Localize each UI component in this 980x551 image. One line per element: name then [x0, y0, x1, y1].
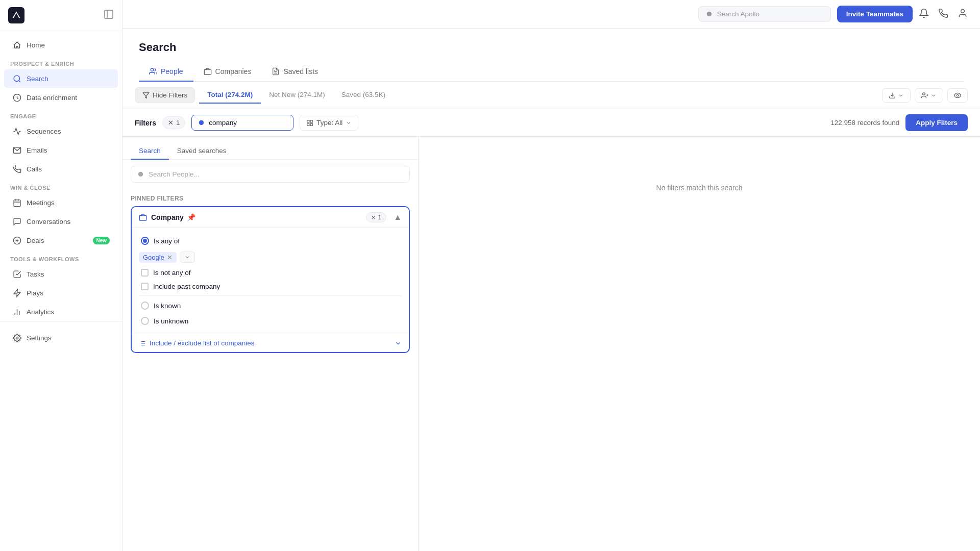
svg-rect-30	[307, 120, 309, 122]
page: Search People Companies	[122, 29, 980, 551]
sidebar: Home Prospect & enrich Search Data enric…	[0, 0, 122, 551]
sidebar-item-data-enrichment[interactable]: Data enrichment	[4, 88, 118, 107]
search-apollo-text: Search Apollo	[717, 10, 760, 18]
company-filter-body: Is any of Google ✕	[132, 228, 409, 334]
tab-people[interactable]: People	[139, 62, 193, 82]
deals-new-badge: New	[93, 237, 110, 244]
sidebar-item-search[interactable]: Search	[4, 69, 118, 88]
top-header: Search Apollo Invite Teammates	[122, 0, 980, 29]
svg-point-2	[14, 76, 19, 81]
email-icon	[12, 145, 21, 155]
export-button[interactable]	[882, 88, 911, 103]
view-toggle-button[interactable]	[947, 88, 968, 103]
tools-section-label: Tools & workflows	[0, 250, 122, 264]
is-unknown-label: Is unknown	[154, 317, 188, 325]
sidebar-item-sequences[interactable]: Sequences	[4, 122, 118, 140]
hide-filters-button[interactable]: Hide Filters	[135, 87, 195, 103]
apply-filters-button[interactable]: Apply Filters	[905, 114, 968, 131]
results-bar: Hide Filters Total (274.2M) Net New (274…	[122, 82, 980, 109]
sidebar-item-conversations[interactable]: Conversations	[4, 212, 118, 231]
sidebar-item-sequences-label: Sequences	[27, 128, 61, 135]
calls-icon	[12, 164, 21, 173]
search-tab-saved[interactable]: Saved searches	[169, 143, 235, 160]
filter-divider	[139, 295, 402, 296]
sidebar-item-home[interactable]: Home	[4, 36, 118, 54]
search-apollo-bar[interactable]: Search Apollo	[698, 6, 831, 22]
pinned-filters-label: Pinned Filters	[131, 195, 410, 202]
tag-dropdown-button[interactable]	[180, 252, 195, 263]
company-filter-collapse-btn[interactable]: ▲	[394, 213, 402, 222]
result-tab-saved[interactable]: Saved (63.5K)	[333, 87, 394, 104]
analytics-icon	[12, 307, 21, 316]
saved-lists-tab-icon	[272, 67, 280, 76]
notification-icon[interactable]	[919, 8, 929, 20]
plays-icon	[12, 288, 21, 297]
data-enrichment-icon	[12, 93, 21, 102]
sidebar-item-conversations-label: Conversations	[27, 218, 70, 226]
phone-icon[interactable]	[938, 8, 948, 20]
sidebar-item-search-label: Search	[27, 75, 48, 83]
companies-tab-icon	[204, 67, 212, 76]
company-filter-header: Company 📌 ✕ 1 ▲	[132, 207, 409, 228]
svg-rect-33	[307, 123, 309, 126]
search-tab-search[interactable]: Search	[131, 143, 169, 160]
apollo-logo	[8, 7, 24, 23]
header-icons	[919, 8, 968, 20]
company-filter-count-badge: ✕ 1	[366, 212, 386, 222]
sidebar-logo	[0, 0, 122, 31]
filters-label: Filters	[135, 119, 156, 127]
svg-point-17	[706, 11, 711, 16]
engage-section-label: Engage	[0, 107, 122, 121]
prospect-section-label: Prospect & enrich	[0, 55, 122, 69]
sidebar-item-analytics-label: Analytics	[27, 308, 54, 316]
invite-teammates-button[interactable]: Invite Teammates	[837, 6, 913, 22]
right-panel: No filters match this search	[419, 137, 980, 551]
company-filter-count-x[interactable]: ✕	[371, 214, 376, 221]
is-not-any-of-checkbox	[141, 269, 149, 277]
export-chevron-icon	[898, 92, 904, 98]
sidebar-item-calls[interactable]: Calls	[4, 160, 118, 178]
is-unknown-radio	[141, 317, 149, 325]
include-past-company-option[interactable]: Include past company	[139, 280, 402, 293]
is-known-option[interactable]: Is known	[139, 298, 402, 313]
is-known-label: Is known	[154, 302, 181, 310]
sidebar-item-meetings[interactable]: Meetings	[4, 193, 118, 212]
search-icon	[12, 74, 21, 83]
user-icon[interactable]	[958, 8, 968, 20]
no-filters-message: No filters match this search	[419, 137, 980, 239]
filter-count-chip[interactable]: ✕ 1	[162, 116, 185, 129]
tab-companies[interactable]: Companies	[193, 62, 262, 82]
include-past-label: Include past company	[153, 283, 220, 290]
result-tab-total[interactable]: Total (274.2M)	[199, 87, 261, 104]
filter-chip-x[interactable]: ✕	[168, 119, 174, 127]
is-unknown-option[interactable]: Is unknown	[139, 313, 402, 329]
is-any-of-option[interactable]: Is any of	[139, 233, 402, 248]
tab-saved-lists[interactable]: Saved lists	[261, 62, 328, 82]
sidebar-item-tasks[interactable]: Tasks	[4, 265, 118, 283]
google-tag-remove[interactable]: ✕	[167, 254, 173, 261]
conversations-icon	[12, 217, 21, 226]
sidebar-item-analytics[interactable]: Analytics	[4, 303, 118, 321]
include-exclude-button[interactable]: Include / exclude list of companies	[132, 334, 409, 352]
filter-icon	[142, 92, 150, 99]
type-all-dropdown[interactable]: Type: All	[300, 115, 358, 131]
add-contacts-button[interactable]	[915, 88, 943, 103]
people-tab-icon	[149, 67, 157, 76]
page-title: Search	[139, 41, 964, 54]
filter-search-input-box[interactable]	[191, 115, 293, 131]
tab-people-label: People	[161, 67, 183, 76]
result-tab-net-new[interactable]: Net New (274.1M)	[261, 87, 333, 104]
company-filter-card: Company 📌 ✕ 1 ▲	[131, 206, 410, 353]
sidebar-item-settings[interactable]: Settings	[4, 329, 118, 347]
sidebar-item-deals[interactable]: Deals New	[4, 231, 118, 249]
sidebar-toggle-btn[interactable]	[104, 9, 114, 22]
filter-search-input[interactable]	[209, 119, 285, 127]
people-search-input-box[interactable]: Search People...	[131, 166, 410, 183]
eye-icon	[954, 92, 961, 99]
type-dropdown-icon	[306, 119, 313, 127]
is-not-any-of-option[interactable]: Is not any of	[139, 266, 402, 280]
svg-point-19	[151, 68, 153, 71]
sidebar-item-emails[interactable]: Emails	[4, 141, 118, 159]
no-filters-text: No filters match this search	[656, 184, 743, 192]
sidebar-item-plays[interactable]: Plays	[4, 284, 118, 302]
